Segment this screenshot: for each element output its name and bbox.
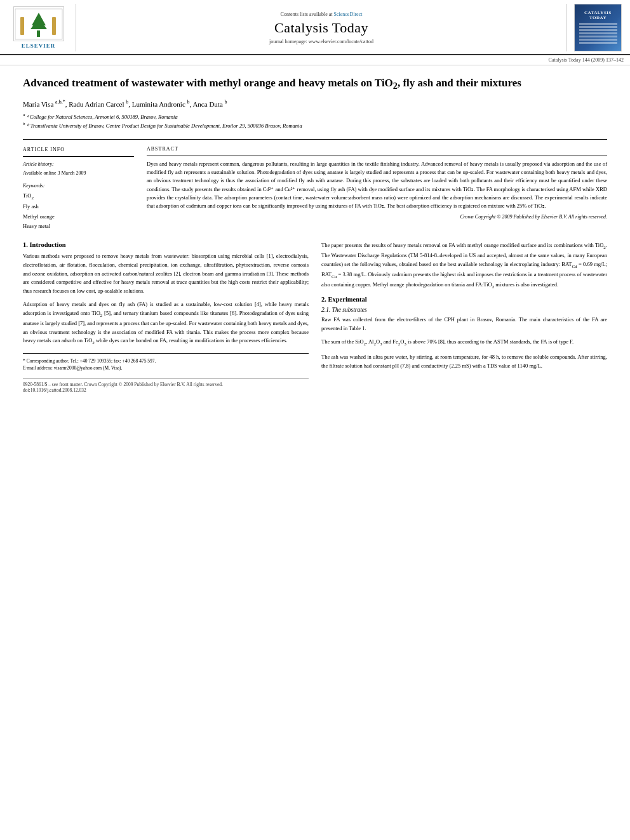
footnotes: * Corresponding author. Tel.: +40 729 10… xyxy=(23,353,309,372)
article-divider xyxy=(23,139,607,140)
keyword-methylorange: Methyl orange xyxy=(23,212,134,222)
keyword-heavymetal: Heavy metal xyxy=(23,222,134,231)
abstract-column: ABSTRACT Dyes and heavy metals represent… xyxy=(147,146,607,231)
footnote-corresponding: * Corresponding author. Tel.: +40 729 10… xyxy=(23,357,309,364)
elsevier-text: ELSEVIER xyxy=(22,43,56,49)
authors: Maria Visa a,b,*, Radu Adrian Carcel b, … xyxy=(23,99,607,108)
article-title: Advanced treatment of wastewater with me… xyxy=(23,76,607,93)
intro-para1: Various methods were proposed to remove … xyxy=(23,252,309,295)
journal-title: Catalysis Today xyxy=(274,20,368,36)
right-para4: The ash was washed in ultra pure water, … xyxy=(321,353,607,370)
body-left-column: 1. Introduction Various methods were pro… xyxy=(23,241,309,392)
article-history-label: Article history: xyxy=(23,161,134,168)
affiliations: a ᵃ College for Natural Sciences, Armoni… xyxy=(23,112,607,130)
journal-header-center: Contents lists available at ScienceDirec… xyxy=(76,4,566,51)
keyword-flyash: Fly ash xyxy=(23,202,134,211)
experimental-heading: 2. Experimental xyxy=(321,296,607,303)
footnote-email: E-mail address: visamr2000@yahoo.com (M.… xyxy=(23,364,309,371)
journal-header: ELSEVIER Contents lists available at Sci… xyxy=(0,0,630,55)
article-info-abstract: ARTICLE INFO Article history: Available … xyxy=(23,146,607,231)
catalysis-badge-text: CATALYSIS TODAY xyxy=(577,10,619,20)
abstract-copyright: Crown Copyright © 2009 Published by Else… xyxy=(147,214,607,220)
svg-rect-6 xyxy=(52,17,56,35)
right-para2: Raw FA was collected from the electro-fi… xyxy=(321,316,607,333)
keywords-label: Keywords: xyxy=(23,182,134,190)
svg-rect-2 xyxy=(37,30,40,37)
keyword-tio2: TiO2 xyxy=(23,191,134,202)
header-citation: Catalysis Today 144 (2009) 137–142 xyxy=(0,55,630,65)
footer-line2: doi:10.1016/j.cattod.2008.12.032 xyxy=(23,387,309,393)
svg-rect-5 xyxy=(20,17,24,35)
article-info-title: ARTICLE INFO xyxy=(23,146,134,154)
keywords-list: TiO2 Fly ash Methyl orange Heavy metal xyxy=(23,191,134,231)
article-container: Advanced treatment of wastewater with me… xyxy=(0,65,630,406)
body-right-column: The paper presents the results of heavy … xyxy=(321,241,607,392)
right-para3: The sum of the SiO2, Al2O3 and Fe2O3 is … xyxy=(321,338,607,348)
intro-heading: 1. Introduction xyxy=(23,241,309,248)
body-section: 1. Introduction Various methods were pro… xyxy=(23,241,607,392)
elsevier-logo-section: ELSEVIER xyxy=(6,4,76,51)
article-info-column: ARTICLE INFO Article history: Available … xyxy=(23,146,134,231)
intro-para2: Adsorption of heavy metals and dyes on f… xyxy=(23,300,309,347)
copyright-footer: 0920-5861/$ – see front matter. Crown Co… xyxy=(23,378,309,393)
right-para1: The paper presents the results of heavy … xyxy=(321,241,607,291)
journal-badge-section: CATALYSIS TODAY xyxy=(566,4,624,51)
abstract-text: Dyes and heavy metals represent common, … xyxy=(147,160,607,210)
substrates-subheading: 2.1. The substrates xyxy=(321,307,607,313)
available-online: Available online 3 March 2009 xyxy=(23,170,134,177)
journal-homepage: journal homepage: www.elsevier.com/locat… xyxy=(269,39,373,44)
sciencedirect-link[interactable]: ScienceDirect xyxy=(334,11,363,17)
contents-available: Contents lists available at ScienceDirec… xyxy=(281,11,363,17)
footer-line1: 0920-5861/$ – see front matter. Crown Co… xyxy=(23,382,309,387)
abstract-title: ABSTRACT xyxy=(147,146,607,152)
